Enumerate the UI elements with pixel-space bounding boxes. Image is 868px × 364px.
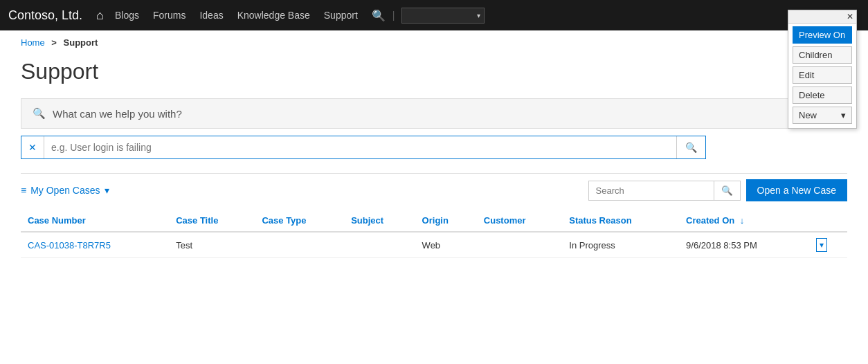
row-dropdown-button[interactable]: ▾	[816, 238, 827, 252]
created-on-sort-icon: ↓	[740, 215, 745, 226]
cell-created-on: 9/6/2018 8:53 PM	[679, 232, 809, 258]
panel-close-btn[interactable]: ✕	[847, 12, 853, 21]
cases-search-input[interactable]	[589, 181, 714, 200]
breadcrumb-home[interactable]: Home	[21, 37, 45, 48]
top-navigation: Contoso, Ltd. ⌂ Blogs Forums Ideas Knowl…	[0, 0, 868, 30]
col-case-title[interactable]: Case Title	[169, 210, 255, 232]
panel-preview-on-btn[interactable]: Preview On	[793, 26, 852, 44]
help-search-icon: 🔍	[33, 107, 46, 120]
col-origin[interactable]: Origin	[415, 210, 477, 232]
main-content: 🔍 What can we help you with? ✕ 🔍 ≡ My Op…	[0, 98, 868, 258]
search-input[interactable]	[44, 136, 676, 158]
nav-links: Blogs Forums Ideas Knowledge Base Suppor…	[115, 10, 358, 21]
cell-origin: Web	[415, 232, 477, 258]
cell-case-number: CAS-01038-T8R7R5	[21, 232, 169, 258]
nav-dropdown[interactable]	[401, 8, 485, 24]
col-status-reason[interactable]: Status Reason	[562, 210, 679, 232]
cell-case-type	[255, 232, 344, 258]
cases-table: Case Number Case Title Case Type Subject…	[21, 210, 847, 258]
cases-right-tools: 🔍 Open a New Case	[588, 179, 847, 201]
cases-search-button[interactable]: 🔍	[714, 181, 740, 200]
col-actions	[809, 210, 847, 232]
search-input-row: ✕ 🔍	[21, 136, 706, 159]
search-clear-button[interactable]: ✕	[21, 136, 44, 158]
panel-children-btn[interactable]: Children	[793, 46, 852, 64]
search-submit-button[interactable]: 🔍	[676, 136, 705, 158]
nav-divider: |	[392, 10, 395, 21]
col-case-type[interactable]: Case Type	[255, 210, 344, 232]
my-cases-caret-icon: ▾	[105, 185, 109, 196]
my-open-cases-button[interactable]: ≡ My Open Cases ▾	[21, 185, 109, 196]
home-icon[interactable]: ⌂	[96, 8, 104, 23]
nav-support[interactable]: Support	[324, 10, 358, 21]
col-subject[interactable]: Subject	[344, 210, 415, 232]
table-row: CAS-01038-T8R7R5 Test Web In Progress 9/…	[21, 232, 847, 258]
help-banner-text: What can we help you with?	[53, 108, 182, 120]
page-title: Support	[0, 52, 868, 98]
nav-select-wrapper: ▾	[401, 8, 485, 24]
cases-toolbar: ≡ My Open Cases ▾ 🔍 Open a New Case	[21, 179, 847, 201]
my-cases-list-icon: ≡	[21, 185, 26, 196]
nav-blogs[interactable]: Blogs	[115, 10, 139, 21]
cell-status-reason: In Progress	[562, 232, 679, 258]
case-number-link[interactable]: CAS-01038-T8R7R5	[28, 240, 111, 251]
col-created-on[interactable]: Created On ↓	[679, 210, 809, 232]
cell-case-title: Test	[169, 232, 255, 258]
separator	[21, 173, 847, 174]
col-case-number[interactable]: Case Number	[21, 210, 169, 232]
cases-search-wrap: 🔍	[588, 181, 741, 201]
nav-knowledge-base[interactable]: Knowledge Base	[237, 10, 310, 21]
cell-subject	[344, 232, 415, 258]
cell-row-actions: ▾	[809, 232, 847, 258]
panel-delete-btn[interactable]: Delete	[793, 87, 852, 104]
brand-logo: Contoso, Ltd.	[8, 8, 82, 23]
nav-forums[interactable]: Forums	[153, 10, 186, 21]
col-customer[interactable]: Customer	[477, 210, 562, 232]
panel-new-caret: ▾	[841, 110, 846, 120]
nav-ideas[interactable]: Ideas	[199, 10, 223, 21]
cell-customer	[477, 232, 562, 258]
panel-new-btn[interactable]: New ▾	[793, 107, 852, 124]
table-header-row: Case Number Case Title Case Type Subject…	[21, 210, 847, 232]
panel-close-bar: ✕	[788, 10, 856, 24]
panel-new-label: New	[799, 110, 817, 120]
my-cases-label: My Open Cases	[30, 185, 100, 196]
help-banner: 🔍 What can we help you with?	[21, 98, 847, 129]
open-new-case-button[interactable]: Open a New Case	[746, 179, 847, 201]
nav-search-icon[interactable]: 🔍	[372, 9, 386, 22]
float-panel: ✕ Preview On Children Edit Delete New ▾	[788, 10, 857, 129]
breadcrumb-current: Support	[64, 37, 98, 48]
breadcrumb-sep: >	[51, 37, 57, 48]
breadcrumb: Home > Support	[0, 30, 868, 52]
panel-edit-btn[interactable]: Edit	[793, 66, 852, 84]
